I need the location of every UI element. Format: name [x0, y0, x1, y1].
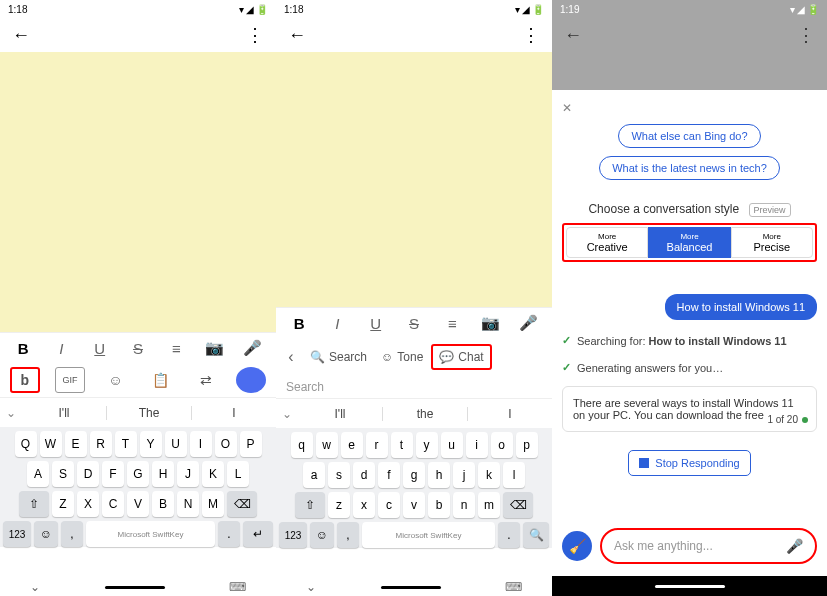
mic-button[interactable]: 🎤: [517, 314, 541, 332]
key-f[interactable]: f: [378, 462, 400, 488]
key-c[interactable]: c: [378, 492, 400, 518]
key-r[interactable]: r: [366, 432, 388, 458]
enter-key[interactable]: ↵: [243, 521, 273, 547]
stop-button[interactable]: Stop Responding: [628, 450, 750, 476]
key-r[interactable]: R: [90, 431, 112, 457]
bold-button[interactable]: B: [11, 340, 35, 357]
home-pill[interactable]: [655, 585, 725, 588]
backspace-key[interactable]: ⌫: [227, 491, 257, 517]
camera-button[interactable]: 📷: [203, 339, 227, 357]
underline-button[interactable]: U: [364, 315, 388, 332]
key-u[interactable]: u: [441, 432, 463, 458]
key-o[interactable]: o: [491, 432, 513, 458]
emoji-key[interactable]: ☺: [310, 522, 334, 548]
ai-tone-tab[interactable]: ☺Tone: [375, 346, 429, 368]
strike-button[interactable]: S: [126, 340, 150, 357]
mic-button[interactable]: 🎤: [241, 339, 265, 357]
space-key[interactable]: Microsoft SwiftKey: [362, 522, 495, 548]
bing-icon[interactable]: b: [10, 367, 40, 393]
key-q[interactable]: q: [291, 432, 313, 458]
key-n[interactable]: n: [453, 492, 475, 518]
mic-icon[interactable]: 🎤: [786, 538, 803, 554]
key-k[interactable]: k: [478, 462, 500, 488]
num-key[interactable]: 123: [279, 522, 307, 548]
more-icon[interactable]: ⋮: [522, 28, 540, 42]
chevron-down-icon[interactable]: ⌄: [276, 407, 298, 421]
prediction-2[interactable]: the: [382, 407, 468, 421]
home-pill[interactable]: [105, 586, 165, 589]
prediction-1[interactable]: I'll: [298, 407, 382, 421]
key-h[interactable]: h: [428, 462, 450, 488]
key-v[interactable]: V: [127, 491, 149, 517]
num-key[interactable]: 123: [3, 521, 31, 547]
search-key[interactable]: 🔍: [523, 522, 549, 548]
back-icon[interactable]: ←: [564, 25, 582, 46]
key-x[interactable]: x: [353, 492, 375, 518]
bold-button[interactable]: B: [287, 315, 311, 332]
key-m[interactable]: m: [478, 492, 500, 518]
sticker-button[interactable]: ☺: [100, 367, 130, 393]
clipboard-button[interactable]: 📋: [146, 367, 176, 393]
key-g[interactable]: G: [127, 461, 149, 487]
emoji-key[interactable]: ☺: [34, 521, 58, 547]
more-icon[interactable]: ⋮: [797, 28, 815, 42]
nav-back-icon[interactable]: ⌄: [30, 580, 40, 594]
list-button[interactable]: ≡: [164, 340, 188, 357]
style-creative[interactable]: MoreCreative: [566, 227, 648, 258]
key-n[interactable]: N: [177, 491, 199, 517]
nav-back-icon[interactable]: ⌄: [306, 580, 316, 594]
key-q[interactable]: Q: [15, 431, 37, 457]
key-l[interactable]: l: [503, 462, 525, 488]
ai-search-tab[interactable]: 🔍Search: [304, 346, 373, 368]
space-key[interactable]: Microsoft SwiftKey: [86, 521, 215, 547]
key-t[interactable]: t: [391, 432, 413, 458]
key-p[interactable]: p: [516, 432, 538, 458]
key-d[interactable]: d: [353, 462, 375, 488]
key-b[interactable]: b: [428, 492, 450, 518]
key-w[interactable]: W: [40, 431, 62, 457]
prediction-1[interactable]: I'll: [22, 406, 106, 420]
back-icon[interactable]: ←: [12, 25, 30, 46]
key-z[interactable]: Z: [52, 491, 74, 517]
camera-button[interactable]: 📷: [479, 314, 503, 332]
key-g[interactable]: g: [403, 462, 425, 488]
key-a[interactable]: A: [27, 461, 49, 487]
prediction-3[interactable]: I: [192, 406, 276, 420]
home-pill[interactable]: [381, 586, 441, 589]
search-input[interactable]: Search: [276, 376, 552, 398]
back-icon[interactable]: ←: [288, 25, 306, 46]
key-o[interactable]: O: [215, 431, 237, 457]
settings-button[interactable]: [236, 367, 266, 393]
backspace-key[interactable]: ⌫: [503, 492, 533, 518]
chevron-down-icon[interactable]: ⌄: [0, 406, 22, 420]
key-u[interactable]: U: [165, 431, 187, 457]
key-s[interactable]: s: [328, 462, 350, 488]
shift-key[interactable]: ⇧: [295, 492, 325, 518]
underline-button[interactable]: U: [88, 340, 112, 357]
period-key[interactable]: .: [218, 521, 240, 547]
nav-keyboard-icon[interactable]: ⌨: [229, 580, 246, 594]
period-key[interactable]: .: [498, 522, 520, 548]
comma-key[interactable]: ,: [337, 522, 359, 548]
key-i[interactable]: I: [190, 431, 212, 457]
key-a[interactable]: a: [303, 462, 325, 488]
translate-button[interactable]: ⇄: [191, 367, 221, 393]
shift-key[interactable]: ⇧: [19, 491, 49, 517]
note-canvas[interactable]: [276, 52, 552, 307]
key-h[interactable]: H: [152, 461, 174, 487]
key-m[interactable]: M: [202, 491, 224, 517]
more-icon[interactable]: ⋮: [246, 28, 264, 42]
key-f[interactable]: F: [102, 461, 124, 487]
list-button[interactable]: ≡: [440, 315, 464, 332]
key-d[interactable]: D: [77, 461, 99, 487]
key-k[interactable]: K: [202, 461, 224, 487]
key-w[interactable]: w: [316, 432, 338, 458]
close-icon[interactable]: ✕: [562, 101, 572, 115]
style-precise[interactable]: MorePrecise: [731, 227, 813, 258]
key-l[interactable]: L: [227, 461, 249, 487]
style-balanced[interactable]: MoreBalanced: [648, 227, 730, 258]
key-y[interactable]: y: [416, 432, 438, 458]
key-j[interactable]: J: [177, 461, 199, 487]
comma-key[interactable]: ,: [61, 521, 83, 547]
gif-button[interactable]: GIF: [55, 367, 85, 393]
